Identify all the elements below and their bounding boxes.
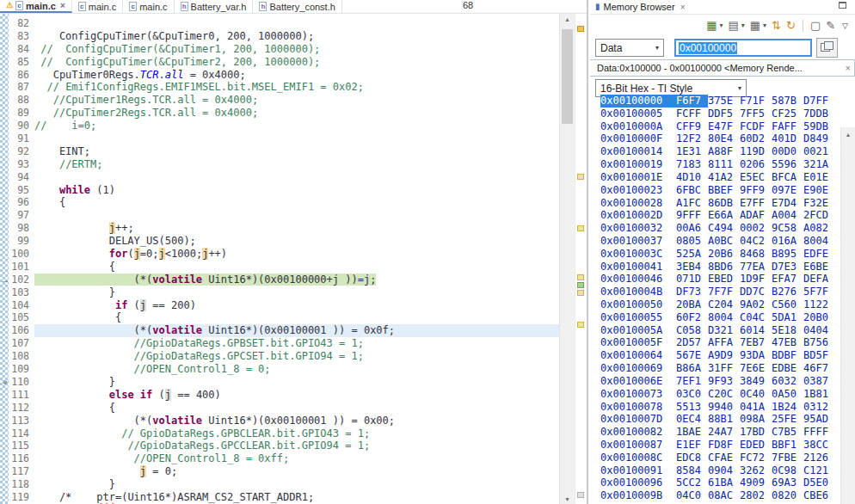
line-number[interactable]: 88 [9, 94, 34, 107]
memory-value-cell[interactable]: E7FF [740, 197, 772, 210]
memory-address-cell[interactable]: 0x00100078 [600, 401, 676, 414]
line-number[interactable]: 95 [9, 184, 34, 197]
memory-value-cell[interactable]: 31FF [708, 362, 740, 375]
code-line[interactable]: j++; [34, 222, 559, 235]
code-line[interactable]: { [34, 402, 559, 415]
code-line[interactable]: ConfigCpuTimer(&CpuTimer0, 200, 1000000)… [34, 30, 559, 43]
memory-value-cell[interactable]: BBF1 [772, 439, 803, 452]
memory-value-cell[interactable]: 0805 [676, 235, 708, 248]
memory-value-cell[interactable]: EDBE [772, 362, 803, 375]
memory-value-cell[interactable]: C494 [708, 222, 740, 235]
memory-value-cell[interactable]: 5513 [676, 401, 708, 414]
code-line[interactable]: // ConfigCpuTimer(&CpuTimer2, 200, 10000… [34, 56, 559, 69]
close-rendering-icon[interactable]: × [846, 63, 851, 73]
memory-value-cell[interactable]: 60D2 [740, 132, 772, 145]
memory-value-cell[interactable]: 7183 [676, 158, 708, 171]
memory-row[interactable]: 0x0010005AC058D32160145E180404 [590, 324, 841, 337]
memory-value-cell[interactable]: 7F7F [708, 286, 740, 298]
line-number[interactable]: 118 [9, 478, 34, 491]
memory-value-cell[interactable]: E7D4 [772, 197, 803, 210]
memory-value-cell[interactable]: 8BD6 [708, 261, 740, 274]
editor-tab-main-c[interactable]: cmain.c [123, 0, 174, 13]
memory-scrollbar[interactable]: ▴ [840, 127, 855, 504]
memory-row[interactable]: 0x00100005FCFFDDF57FF5CF257DDB [590, 108, 841, 120]
memory-value-cell[interactable]: 1122 [803, 298, 835, 311]
memory-address-cell[interactable]: 0x00100087 [600, 439, 676, 452]
go-to-address-button[interactable] [816, 38, 838, 58]
memory-value-cell[interactable]: 4909 [740, 476, 772, 489]
refresh-icon[interactable]: ↻ [786, 20, 796, 32]
memory-row[interactable]: 0x0010000F12F280E460D2401DD849 [590, 132, 841, 145]
memory-value-cell[interactable]: 77EA [740, 261, 772, 274]
scroll-up-icon[interactable]: ▴ [560, 15, 575, 23]
memory-value-cell[interactable]: 525A [676, 248, 708, 261]
memory-value-cell[interactable]: 20BA [676, 298, 708, 311]
memory-value-cell[interactable]: 7FF5 [740, 108, 772, 120]
memory-value-cell[interactable]: 0904 [708, 464, 740, 477]
memory-value-cell[interactable]: 1D9F [740, 273, 772, 286]
memory-value-cell[interactable]: 1B81 [803, 388, 835, 401]
memory-value-cell[interactable]: 119D [740, 145, 772, 158]
line-number[interactable]: 117 [9, 465, 34, 478]
memory-value-cell[interactable]: EDFE [803, 248, 835, 261]
memory-value-cell[interactable]: 9FF9 [740, 184, 772, 197]
memory-address-cell[interactable]: 0x0010001E [600, 171, 676, 184]
memory-row[interactable]: 0x0010003C525A20B68468B895EDFE [590, 248, 841, 261]
memory-value-cell[interactable]: BBEF [708, 184, 740, 197]
code-line[interactable]: // GpioDataRegs.GPBCLEAR.bit.GPIO43 = 1; [34, 427, 559, 440]
memory-value-cell[interactable]: 04C0 [676, 489, 708, 502]
memory-value-cell[interactable]: 1E31 [676, 145, 708, 158]
memory-value-cell[interactable]: BFCA [772, 171, 803, 184]
memory-value-cell[interactable]: CFF9 [676, 120, 708, 133]
code-line[interactable]: //GpioDataRegs.GPCCLEAR.bit.GPIO94 = 1; [34, 439, 559, 452]
line-number[interactable]: 93 [9, 158, 34, 171]
memory-row[interactable]: 0x00100000F6F7375EF71F587BD7FF [590, 95, 841, 108]
memory-value-cell[interactable]: 03C0 [676, 388, 708, 401]
line-number[interactable]: 116 [9, 452, 34, 465]
memory-value-cell[interactable]: 12F2 [676, 132, 708, 145]
memory-address-cell[interactable]: 0x00100023 [600, 184, 676, 197]
memory-row[interactable]: 0x0010004BDF737F7FDD7CB2765F7F [590, 286, 841, 298]
memory-value-cell[interactable]: 071D [676, 273, 708, 286]
line-number[interactable]: 106 [9, 324, 34, 337]
memory-value-cell[interactable]: C560 [772, 298, 803, 311]
memory-value-cell[interactable]: 3849 [740, 375, 772, 388]
memory-row[interactable]: 0x001000236FBCBBEF9FF9097EE90E [590, 184, 841, 197]
code-line[interactable]: { [34, 311, 559, 324]
code-line[interactable]: } [34, 376, 559, 389]
fill-memory-icon[interactable]: ▦ [750, 20, 760, 32]
line-number[interactable]: 112 [9, 402, 34, 415]
memory-address-cell[interactable]: 0x00100005 [600, 108, 676, 120]
memory-address-cell[interactable]: 0x0010004B [600, 286, 676, 298]
code-line[interactable]: } [34, 286, 559, 299]
memory-address-cell[interactable]: 0x0010003C [600, 248, 676, 261]
save-memory-icon[interactable]: ▤ [728, 20, 738, 32]
line-number[interactable]: 110 [9, 376, 34, 389]
memory-value-cell[interactable]: 0387 [803, 375, 835, 388]
line-number[interactable]: 105 [9, 311, 34, 324]
memory-address-cell[interactable]: 0x0010002D [600, 209, 676, 222]
memory-value-cell[interactable]: 8584 [676, 464, 708, 477]
memory-value-cell[interactable]: 5CC2 [676, 476, 708, 489]
memory-value-cell[interactable]: 61BA [708, 476, 740, 489]
memory-value-cell[interactable]: CF25 [772, 108, 803, 120]
editor-scrollbar-thumb[interactable] [562, 29, 573, 124]
memory-row[interactable]: 0x0010007855139940041A1B240312 [590, 401, 841, 414]
memory-value-cell[interactable]: C121 [803, 464, 835, 477]
memory-value-cell[interactable]: 0002 [740, 222, 772, 235]
memory-address-cell[interactable]: 0x0010000A [600, 120, 676, 133]
memory-row[interactable]: 0x00100028A1FC86DBE7FFE7D4F32E [590, 197, 841, 210]
memory-value-cell[interactable]: 3262 [740, 464, 772, 477]
code-line[interactable]: { [34, 261, 559, 274]
code-line[interactable]: //OPEN_Control1_8 = 0; [34, 363, 559, 376]
memory-value-cell[interactable]: 6014 [740, 324, 772, 337]
fill-memory-dropdown-icon[interactable]: ▾ [763, 20, 766, 32]
line-number[interactable]: 103 [9, 286, 34, 299]
memory-value-cell[interactable]: FC72 [740, 452, 772, 464]
pin-rendering-icon[interactable]: ✎ [826, 20, 835, 32]
memory-row[interactable]: 0x0010002D9FFFE66AADAFA0042FCD [590, 209, 841, 222]
memory-value-cell[interactable]: 04C2 [740, 235, 772, 248]
scroll-up-icon[interactable]: ▴ [841, 127, 855, 138]
load-memory-icon[interactable]: ▦ [706, 20, 717, 32]
view-menu-icon[interactable]: ▽ [842, 22, 848, 30]
